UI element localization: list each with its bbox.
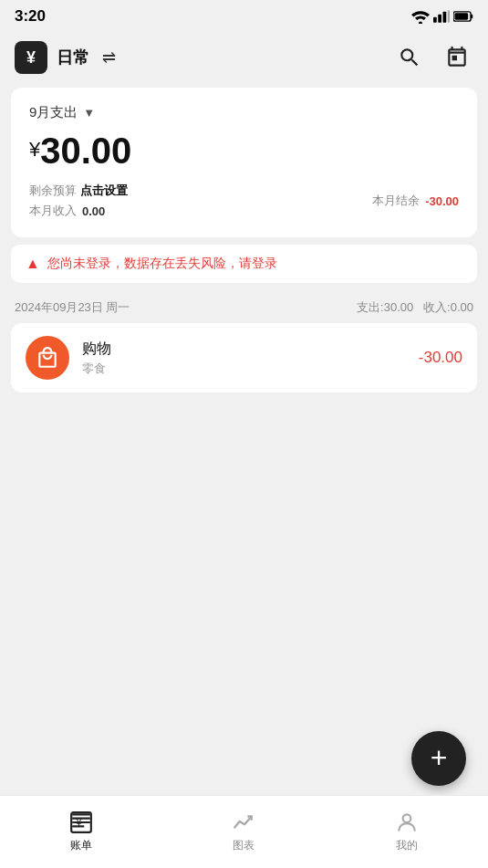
transaction-item[interactable]: 购物 零食 -30.00 bbox=[11, 323, 477, 392]
budget-label: 剩余预算 bbox=[29, 183, 77, 199]
svg-rect-2 bbox=[438, 15, 441, 23]
tab-mine[interactable]: 我的 bbox=[377, 805, 437, 859]
status-icons bbox=[411, 9, 473, 24]
svg-point-10 bbox=[402, 814, 410, 822]
budget-row: 剩余预算 点击设置 bbox=[29, 183, 128, 199]
svg-rect-1 bbox=[433, 17, 437, 23]
svg-rect-3 bbox=[443, 12, 447, 23]
chart-icon bbox=[232, 810, 255, 834]
transaction-amount: -30.00 bbox=[419, 349, 462, 367]
summary-right-col: 本月结余 -30.00 bbox=[372, 193, 459, 209]
search-icon bbox=[398, 46, 421, 69]
add-transaction-button[interactable]: + bbox=[411, 731, 466, 786]
amount-yen-prefix: ¥ bbox=[29, 138, 40, 162]
date-summary: 支出:30.00 收入:0.00 bbox=[357, 299, 473, 316]
summary-amount: ¥30.00 bbox=[29, 131, 459, 172]
income-row: 本月收入 0.00 bbox=[29, 203, 128, 219]
nav-left: ¥ 日常 ⇌ bbox=[15, 41, 116, 74]
status-time: 3:20 bbox=[15, 7, 46, 26]
amount-value: 30.00 bbox=[40, 131, 131, 171]
wifi-icon bbox=[411, 9, 430, 24]
tab-mine-label: 我的 bbox=[396, 838, 418, 853]
summary-left-col: 剩余预算 点击设置 本月收入 0.00 bbox=[29, 183, 128, 219]
yen-symbol: ¥ bbox=[26, 48, 36, 68]
status-bar: 3:20 bbox=[0, 0, 488, 33]
transaction-name: 购物 bbox=[82, 340, 406, 359]
svg-rect-4 bbox=[448, 10, 450, 23]
search-button[interactable] bbox=[393, 41, 426, 74]
tab-chart-label: 图表 bbox=[233, 838, 254, 853]
period-text: 9月支出 bbox=[29, 104, 78, 121]
tab-bill-label: 账单 bbox=[70, 838, 92, 853]
plus-icon: + bbox=[431, 743, 448, 772]
date-text: 2024年09月23日 周一 bbox=[15, 299, 130, 316]
bill-icon: ¥ bbox=[69, 810, 93, 834]
summary-card: 9月支出 ▼ ¥30.00 剩余预算 点击设置 本月收入 0.00 本月结余 -… bbox=[11, 88, 477, 237]
switch-icon[interactable]: ⇌ bbox=[102, 47, 116, 68]
summary-bottom-row: 剩余预算 点击设置 本月收入 0.00 本月结余 -30.00 bbox=[29, 183, 459, 219]
summary-period[interactable]: 9月支出 ▼ bbox=[29, 104, 459, 121]
expense-text: 支出:30.00 bbox=[357, 300, 413, 314]
calendar-button[interactable] bbox=[441, 41, 473, 74]
warning-icon: ▲ bbox=[26, 256, 40, 272]
budget-set-button[interactable]: 点击设置 bbox=[80, 183, 128, 199]
transaction-icon-wrap bbox=[26, 336, 69, 380]
signal-icon bbox=[433, 9, 450, 24]
svg-text:¥: ¥ bbox=[76, 817, 83, 828]
period-arrow: ▼ bbox=[83, 106, 95, 120]
battery-icon bbox=[453, 10, 473, 23]
income-text: 收入:0.00 bbox=[423, 300, 473, 314]
svg-rect-7 bbox=[454, 13, 468, 19]
income-value: 0.00 bbox=[82, 204, 105, 218]
income-label: 本月收入 bbox=[29, 203, 77, 219]
balance-value: -30.00 bbox=[425, 194, 459, 208]
calendar-icon bbox=[445, 46, 469, 69]
transaction-sub: 零食 bbox=[82, 361, 406, 377]
bottom-nav: ¥ 账单 图表 我的 bbox=[0, 795, 488, 868]
balance-row: 本月结余 -30.00 bbox=[372, 193, 459, 209]
svg-rect-6 bbox=[471, 15, 472, 18]
yen-badge: ¥ bbox=[15, 41, 47, 74]
top-nav: ¥ 日常 ⇌ bbox=[0, 33, 488, 82]
tab-bill[interactable]: ¥ 账单 bbox=[51, 805, 111, 859]
shopping-icon bbox=[36, 346, 59, 370]
tab-chart[interactable]: 图表 bbox=[213, 805, 274, 859]
mine-icon bbox=[395, 810, 419, 834]
warning-banner: ▲ 您尚未登录，数据存在丢失风险，请登录 bbox=[11, 245, 477, 283]
transaction-info: 购物 零食 bbox=[82, 340, 406, 377]
nav-title: 日常 bbox=[57, 47, 89, 68]
svg-point-0 bbox=[419, 21, 422, 24]
balance-label: 本月结余 bbox=[372, 193, 420, 209]
warning-text[interactable]: 您尚未登录，数据存在丢失风险，请登录 bbox=[47, 256, 277, 272]
date-header: 2024年09月23日 周一 支出:30.00 收入:0.00 bbox=[0, 290, 488, 321]
nav-right bbox=[393, 41, 473, 74]
